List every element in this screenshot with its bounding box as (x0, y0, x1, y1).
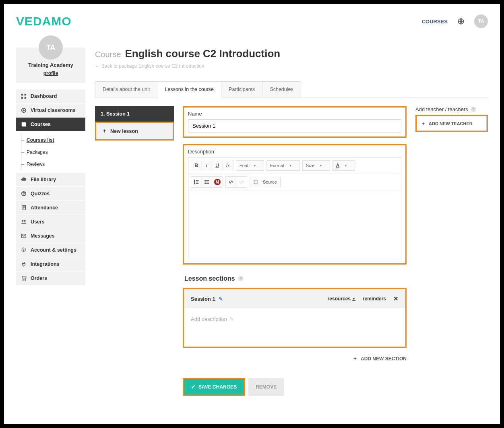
section-name: Session 1 (191, 296, 215, 302)
nav-dashboard[interactable]: Dashboard (16, 89, 85, 103)
globe-icon[interactable] (457, 18, 465, 25)
nav-label: Dashboard (31, 93, 57, 99)
arrow-left-icon: ← (95, 63, 100, 69)
nav-messages[interactable]: Messages (16, 229, 85, 243)
chevron-down-icon: ▼ (319, 164, 322, 167)
svg-point-14 (25, 280, 26, 281)
description-wrap: Description B I U Ix Font▼ Format▼ (183, 144, 407, 265)
font-select[interactable]: Font▼ (236, 160, 264, 171)
nav-label: Account & settings (31, 247, 76, 253)
resources-link[interactable]: resources▼ (328, 296, 355, 302)
unordered-list-button[interactable] (202, 177, 212, 187)
lesson-section-card: Session 1 ✎ resources▼ reminders ✕ (184, 289, 405, 347)
bold-button[interactable]: B (191, 160, 202, 171)
svg-point-20 (204, 183, 205, 184)
svg-point-13 (23, 280, 23, 281)
unlink-button[interactable] (236, 177, 247, 187)
format-select[interactable]: Format▼ (266, 160, 300, 171)
editor-body[interactable] (188, 190, 401, 259)
tab-schedules[interactable]: Schedules (262, 81, 301, 97)
subnav-packages[interactable]: Packages (25, 146, 85, 158)
add-description-text: Add description (191, 316, 227, 322)
nav-virtual-classrooms[interactable]: Virtual classrooms (16, 103, 85, 117)
help-icon[interactable]: ? (238, 276, 244, 281)
grid-icon (21, 93, 27, 99)
lesson-item-1[interactable]: 1. Session 1 (95, 106, 174, 122)
tab-lessons[interactable]: Lessons in the course (157, 81, 221, 97)
text-color-button[interactable]: A▼ (333, 160, 355, 171)
ordered-list-button[interactable]: 123 (191, 177, 202, 187)
svg-point-7 (23, 195, 24, 195)
media-button[interactable]: M (212, 177, 223, 187)
nav-account-settings[interactable]: Account & settings (16, 243, 85, 257)
save-changes-button[interactable]: ✔ SAVE CHANGES (184, 379, 244, 395)
svg-point-10 (24, 220, 25, 221)
question-icon (21, 191, 27, 196)
envelope-icon (21, 233, 27, 239)
main-content: Course English course C2 Introduction ← … (95, 48, 488, 396)
add-new-section-button[interactable]: ＋ ADD NEW SECTION (353, 355, 407, 362)
reminders-link[interactable]: reminders (363, 296, 386, 302)
tab-participants[interactable]: Participants (221, 81, 262, 97)
chevron-down-icon: ▼ (289, 164, 292, 167)
add-teacher-label: Add teacher / teachers ? (415, 106, 488, 112)
profile-link[interactable]: profile (43, 70, 58, 76)
rich-text-editor: B I U Ix Font▼ Format▼ Size▼ A▼ (188, 157, 401, 259)
tab-details[interactable]: Details about the unit (95, 81, 157, 97)
nav-label: Users (31, 219, 45, 225)
svg-point-9 (22, 220, 23, 221)
nav-label: Attendance (31, 205, 58, 211)
italic-button[interactable]: I (202, 160, 212, 171)
nav-orders[interactable]: Orders (16, 271, 85, 285)
size-select[interactable]: Size▼ (302, 160, 330, 171)
add-teacher-button-label: ADD NEW TEACHER (429, 121, 473, 126)
add-new-teacher-button[interactable]: ＋ ADD NEW TEACHER (417, 116, 487, 131)
clear-format-button[interactable]: Ix (223, 160, 233, 171)
lessons-list: 1. Session 1 ＋ New lesson (95, 106, 174, 141)
nav-label: File library (31, 177, 56, 182)
sections-heading-text: Lesson sections (184, 275, 235, 282)
subnav-courses-list[interactable]: Courses list (25, 134, 85, 146)
sidebar: TA Training Academy profile Dashboard Vi… (16, 48, 85, 396)
nav-label: Messages (31, 233, 55, 239)
circle-plus-icon (21, 108, 27, 113)
back-link-text: Back to package English course C2 Introd… (101, 63, 204, 69)
nav-label: Courses (31, 122, 51, 127)
nav-label: Virtual classrooms (31, 108, 76, 113)
nav-attendance[interactable]: Attendance (16, 201, 85, 215)
svg-rect-2 (25, 94, 26, 95)
logo[interactable]: VEDAMO (16, 14, 72, 28)
new-lesson-button[interactable]: ＋ New lesson (96, 123, 173, 139)
nav-users[interactable]: Users (16, 215, 85, 229)
profile-avatar: TA (39, 35, 63, 60)
lesson-sections-heading: Lesson sections ? (184, 275, 407, 282)
svg-rect-1 (21, 94, 23, 95)
courses-link[interactable]: COURSES (422, 19, 448, 25)
profile-box: TA Training Academy profile (16, 48, 85, 83)
page-prefix: Course (95, 50, 121, 59)
edit-section-name-icon[interactable]: ✎ (219, 296, 223, 302)
add-new-section-label: ADD NEW SECTION (361, 356, 407, 362)
name-input[interactable] (188, 119, 401, 132)
remove-section-icon[interactable]: ✕ (393, 295, 399, 302)
link-button[interactable] (226, 177, 236, 187)
subnav-reviews[interactable]: Reviews (25, 158, 85, 170)
svg-text:3: 3 (194, 182, 195, 184)
add-description-button[interactable]: Add description ✎ (191, 316, 399, 322)
source-button[interactable]: Source (250, 177, 281, 187)
underline-button[interactable]: U (212, 160, 223, 171)
nav-integrations[interactable]: Integrations (16, 257, 85, 271)
nav-label: Integrations (31, 261, 60, 267)
nav-label: Orders (31, 275, 47, 281)
nav-quizzes[interactable]: Quizzes (16, 187, 85, 201)
name-label: Name (188, 111, 401, 117)
user-avatar-small[interactable]: TA (474, 14, 488, 28)
back-link[interactable]: ← Back to package English course C2 Intr… (95, 63, 204, 69)
plus-icon: ＋ (102, 128, 107, 134)
remove-button[interactable]: REMOVE (248, 378, 284, 396)
cloud-icon (21, 177, 27, 182)
nav-courses[interactable]: Courses (16, 118, 85, 131)
nav-file-library[interactable]: File library (16, 173, 85, 186)
help-icon[interactable]: ? (471, 107, 476, 112)
svg-point-19 (204, 182, 205, 182)
